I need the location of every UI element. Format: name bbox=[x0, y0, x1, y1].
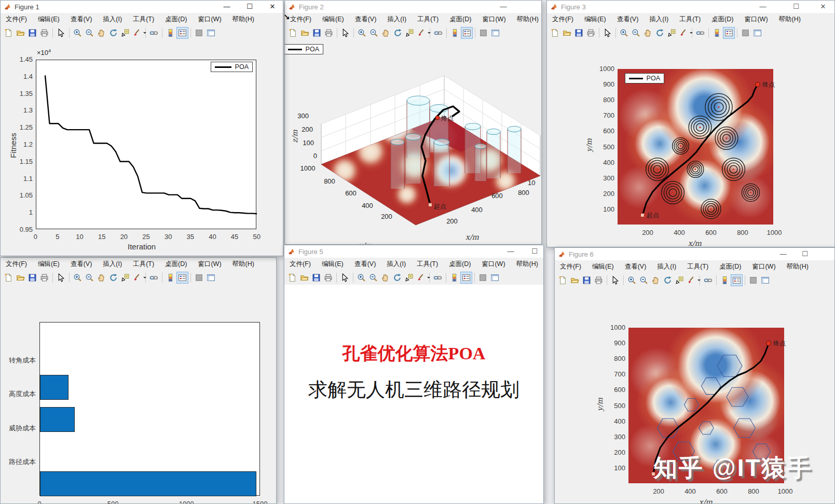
menu-item[interactable]: 工具(T) bbox=[679, 15, 701, 24]
save-figure-button[interactable] bbox=[573, 27, 585, 39]
maximize-button[interactable]: ☐ bbox=[788, 1, 804, 13]
new-figure-button[interactable] bbox=[286, 272, 298, 284]
new-figure-button[interactable] bbox=[3, 272, 15, 284]
menu-item[interactable]: 帮助(H) bbox=[232, 260, 254, 269]
title-bar[interactable]: Figure 5 — ☐ bbox=[284, 245, 543, 258]
open-file-button[interactable] bbox=[15, 272, 26, 284]
data-cursor-button[interactable] bbox=[666, 27, 678, 39]
menu-item[interactable]: 窗口(W) bbox=[482, 15, 505, 24]
show-plot-tools-button[interactable] bbox=[205, 272, 217, 284]
data-cursor-button[interactable] bbox=[403, 272, 415, 284]
zoom-in-button[interactable] bbox=[618, 27, 630, 39]
menu-item[interactable]: 查看(V) bbox=[71, 15, 92, 24]
zoom-in-button[interactable] bbox=[72, 27, 84, 39]
pan-tool-button[interactable] bbox=[379, 272, 391, 284]
menu-item[interactable]: 插入(I) bbox=[387, 260, 406, 269]
menu-item[interactable]: 窗口(W) bbox=[744, 15, 768, 24]
new-figure-button[interactable] bbox=[287, 27, 299, 39]
show-plot-tools-button[interactable] bbox=[205, 27, 217, 39]
insert-colorbar-button[interactable] bbox=[711, 27, 723, 39]
menu-item[interactable]: 编辑(E) bbox=[322, 260, 344, 269]
menu-item[interactable]: 文件(F) bbox=[290, 15, 311, 24]
pointer-tool-button[interactable] bbox=[339, 27, 351, 39]
menu-item[interactable]: 插入(I) bbox=[657, 262, 676, 271]
hide-plot-tools-button[interactable] bbox=[477, 272, 489, 284]
menu-item[interactable]: 桌面(D) bbox=[449, 15, 471, 24]
insert-legend-button[interactable] bbox=[460, 272, 472, 284]
zoom-out-button[interactable] bbox=[638, 274, 650, 286]
link-plot-button[interactable] bbox=[702, 274, 714, 286]
close-button[interactable]: ✕ bbox=[264, 1, 281, 13]
menu-item[interactable]: 窗口(W) bbox=[198, 15, 221, 24]
menu-item[interactable]: 帮助(H) bbox=[516, 260, 538, 269]
menu-item[interactable]: 文件(F) bbox=[560, 262, 581, 271]
insert-colorbar-button[interactable] bbox=[448, 272, 460, 284]
link-plot-button[interactable] bbox=[148, 27, 160, 39]
open-file-button[interactable] bbox=[298, 272, 310, 284]
insert-colorbar-button[interactable] bbox=[449, 27, 461, 39]
rotate3d-button[interactable] bbox=[107, 272, 119, 284]
menu-item[interactable]: 工具(T) bbox=[417, 15, 439, 24]
brush-data-button[interactable] bbox=[416, 27, 428, 39]
menu-item[interactable]: 桌面(D) bbox=[449, 260, 471, 269]
threat-map[interactable] bbox=[618, 69, 773, 225]
minimize-button[interactable]: — bbox=[495, 1, 512, 13]
zoom-out-button[interactable] bbox=[630, 27, 642, 39]
maximize-button[interactable]: ☐ bbox=[797, 248, 813, 260]
zoom-in-button[interactable] bbox=[355, 272, 367, 284]
data-cursor-button[interactable] bbox=[119, 272, 131, 284]
insert-legend-button[interactable] bbox=[731, 274, 743, 286]
figure4-window[interactable]: 文件(F)编辑(E)查看(V)插入(I)工具(T)桌面(D)窗口(W)帮助(H)… bbox=[0, 257, 277, 504]
title-bar[interactable]: Figure 2 — bbox=[285, 1, 541, 13]
brush-data-button[interactable] bbox=[678, 27, 690, 39]
insert-legend-button[interactable] bbox=[723, 27, 735, 39]
pointer-tool-button[interactable] bbox=[55, 272, 67, 284]
link-plot-button[interactable] bbox=[432, 272, 444, 284]
menu-item[interactable]: 文件(F) bbox=[6, 15, 27, 24]
zoom-out-button[interactable] bbox=[368, 27, 380, 39]
title-bar[interactable]: Figure 6 — ☐ bbox=[555, 248, 834, 260]
menu-item[interactable]: 桌面(D) bbox=[719, 262, 741, 271]
figure5-window[interactable]: Figure 5 — ☐ 文件(F)编辑(E)查看(V)插入(I)工具(T)桌面… bbox=[284, 245, 544, 504]
menu-item[interactable]: 桌面(D) bbox=[165, 260, 187, 269]
minimize-button[interactable]: — bbox=[218, 1, 235, 13]
insert-legend-button[interactable] bbox=[176, 27, 188, 39]
hide-plot-tools-button[interactable] bbox=[193, 272, 205, 284]
menu-item[interactable]: 文件(F) bbox=[6, 260, 27, 269]
title-bar[interactable]: Figure 3 — ☐ ✕ bbox=[547, 1, 834, 13]
hide-plot-tools-button[interactable] bbox=[740, 27, 751, 39]
zoom-in-button[interactable] bbox=[626, 274, 638, 286]
zoom-in-button[interactable] bbox=[72, 272, 84, 284]
rotate3d-button[interactable] bbox=[107, 27, 119, 39]
menu-item[interactable]: 窗口(W) bbox=[752, 262, 775, 271]
rotate3d-button[interactable] bbox=[392, 27, 404, 39]
hide-plot-tools-button[interactable] bbox=[193, 27, 205, 39]
link-plot-button[interactable] bbox=[432, 27, 444, 39]
print-button[interactable] bbox=[323, 27, 335, 39]
open-file-button[interactable] bbox=[299, 27, 311, 39]
maximize-button[interactable]: ☐ bbox=[526, 245, 543, 258]
brush-data-button[interactable] bbox=[686, 274, 697, 286]
figure6-window[interactable]: Figure 6 — ☐ 文件(F)编辑(E)查看(V)插入(I)工具(T)桌面… bbox=[554, 247, 835, 504]
minimize-button[interactable]: — bbox=[775, 248, 791, 260]
menu-item[interactable]: 帮助(H) bbox=[517, 15, 539, 24]
menu-item[interactable]: 查看(V) bbox=[355, 15, 377, 24]
legend[interactable]: POA bbox=[285, 44, 323, 54]
menu-item[interactable]: 编辑(E) bbox=[38, 15, 60, 24]
print-button[interactable] bbox=[38, 272, 50, 284]
link-plot-button[interactable] bbox=[694, 27, 706, 39]
hide-plot-tools-button[interactable] bbox=[477, 27, 489, 39]
menu-item[interactable]: 插入(I) bbox=[387, 15, 406, 24]
menu-item[interactable]: 插入(I) bbox=[103, 260, 122, 269]
insert-legend-button[interactable] bbox=[176, 272, 188, 284]
menu-item[interactable]: 文件(F) bbox=[552, 15, 573, 24]
menu-item[interactable]: 工具(T) bbox=[133, 260, 154, 269]
zoom-out-button[interactable] bbox=[84, 272, 95, 284]
pan-tool-button[interactable] bbox=[380, 27, 392, 39]
figure3-window[interactable]: Figure 3 — ☐ ✕ 文件(F)编辑(E)查看(V)插入(I)工具(T)… bbox=[546, 0, 835, 247]
maximize-button[interactable]: ☐ bbox=[241, 1, 258, 13]
hide-plot-tools-button[interactable] bbox=[747, 274, 759, 286]
show-plot-tools-button[interactable] bbox=[751, 27, 763, 39]
rotate3d-button[interactable] bbox=[654, 27, 666, 39]
pan-tool-button[interactable] bbox=[650, 274, 662, 286]
